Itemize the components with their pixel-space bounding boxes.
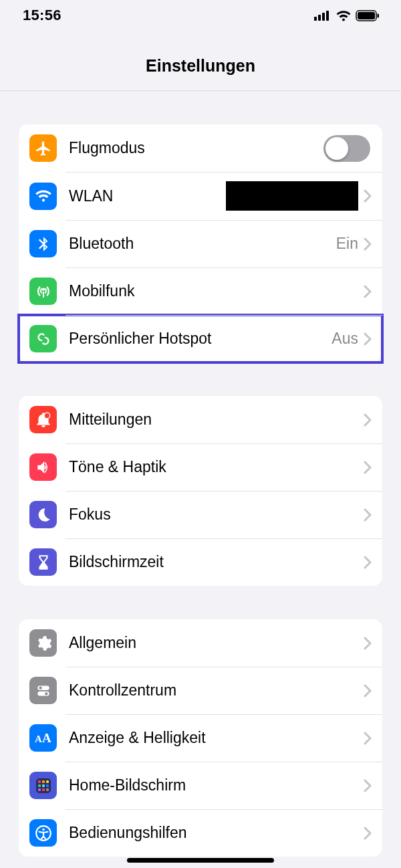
wifi-icon [336,9,352,21]
row-value: Aus [331,330,358,348]
chevron-right-icon [364,637,372,650]
chevron-right-icon [364,827,372,840]
row-label: Bluetooth [69,235,336,253]
svg-point-11 [45,692,47,695]
svg-rect-3 [326,11,329,21]
svg-rect-21 [38,788,41,791]
row-label: Allgemein [69,634,364,652]
hotspot-icon [29,325,57,352]
row-label: Persönlicher Hotspot [69,330,331,348]
chevron-right-icon [364,237,372,251]
row-airplane-mode[interactable]: Flugmodus [19,124,382,172]
status-bar: 15:56 [0,0,401,31]
row-notifications[interactable]: Mitteilungen [19,396,382,443]
airplane-toggle[interactable] [323,135,370,162]
svg-rect-6 [378,13,380,17]
row-control-center[interactable]: Kontrollzentrum [19,667,382,714]
svg-text:A: A [35,734,42,744]
cellular-icon [314,10,331,21]
home-screen-icon [29,772,57,799]
svg-text:A: A [42,732,51,745]
chevron-right-icon [364,285,372,298]
svg-rect-5 [358,12,375,19]
control-center-icon [29,677,57,704]
chevron-right-icon [364,189,372,203]
chevron-right-icon [364,556,372,569]
settings-content: Flugmodus WLAN Bluetooth Ein Mobilfunk [0,91,401,857]
row-label: Bedienungshilfen [69,824,364,842]
row-focus[interactable]: Fokus [19,491,382,538]
airplane-icon [29,134,57,162]
chevron-right-icon [364,684,372,697]
svg-rect-2 [322,13,325,21]
battery-icon [356,10,380,21]
svg-rect-0 [314,17,317,21]
row-label: Anzeige & Helligkeit [69,729,364,747]
gear-icon [29,629,57,657]
row-sounds[interactable]: Töne & Haptik [19,443,382,491]
chevron-right-icon [364,461,372,474]
page-header: Einstellungen [0,31,401,91]
svg-point-7 [44,413,50,419]
accessibility-icon [29,819,57,847]
chevron-right-icon [364,508,372,522]
row-general[interactable]: Allgemein [19,619,382,667]
svg-rect-15 [38,780,41,783]
svg-rect-1 [318,15,321,21]
chevron-right-icon [364,779,372,792]
row-cellular[interactable]: Mobilfunk [19,267,382,315]
wifi-settings-icon [29,183,57,210]
svg-rect-20 [46,784,49,787]
row-wlan[interactable]: WLAN [19,172,382,220]
status-icons [314,9,380,21]
focus-icon [29,501,57,528]
chevron-right-icon [364,332,372,346]
svg-point-9 [39,686,41,689]
screen-time-icon [29,548,57,576]
row-label: Töne & Haptik [69,458,364,476]
svg-rect-18 [38,784,41,787]
cellular-settings-icon [29,278,57,305]
svg-rect-23 [46,788,49,791]
row-label: Fokus [69,506,364,524]
notifications-icon [29,406,57,433]
row-home-screen[interactable]: Home-Bildschirm [19,762,382,809]
page-title: Einstellungen [0,56,401,76]
settings-group-general: Allgemein Kontrollzentrum AA Anzeige & H… [19,619,382,857]
settings-group-connectivity: Flugmodus WLAN Bluetooth Ein Mobilfunk [19,124,382,362]
display-icon: AA [29,724,57,752]
sounds-icon [29,453,57,481]
svg-rect-17 [46,780,49,783]
svg-rect-16 [42,780,45,783]
settings-group-notifications: Mitteilungen Töne & Haptik Fokus Bildsch… [19,396,382,586]
status-time: 15:56 [23,7,61,24]
row-value: Ein [336,235,358,253]
row-display[interactable]: AA Anzeige & Helligkeit [19,714,382,762]
svg-rect-22 [42,788,45,791]
row-label: Flugmodus [69,139,323,157]
row-screen-time[interactable]: Bildschirmzeit [19,538,382,586]
row-label: WLAN [69,187,226,205]
wlan-value-redacted [226,181,358,211]
row-label: Mitteilungen [69,411,364,429]
svg-point-25 [42,828,44,830]
row-label: Home-Bildschirm [69,776,364,794]
chevron-right-icon [364,413,372,427]
chevron-right-icon [364,732,372,745]
row-accessibility[interactable]: Bedienungshilfen [19,809,382,857]
row-bluetooth[interactable]: Bluetooth Ein [19,220,382,267]
row-label: Kontrollzentrum [69,681,364,699]
row-label: Mobilfunk [69,282,364,300]
svg-rect-19 [42,784,45,787]
bluetooth-icon [29,230,57,257]
row-label: Bildschirmzeit [69,553,364,571]
home-indicator[interactable] [127,858,274,863]
row-personal-hotspot[interactable]: Persönlicher Hotspot Aus [19,315,382,362]
